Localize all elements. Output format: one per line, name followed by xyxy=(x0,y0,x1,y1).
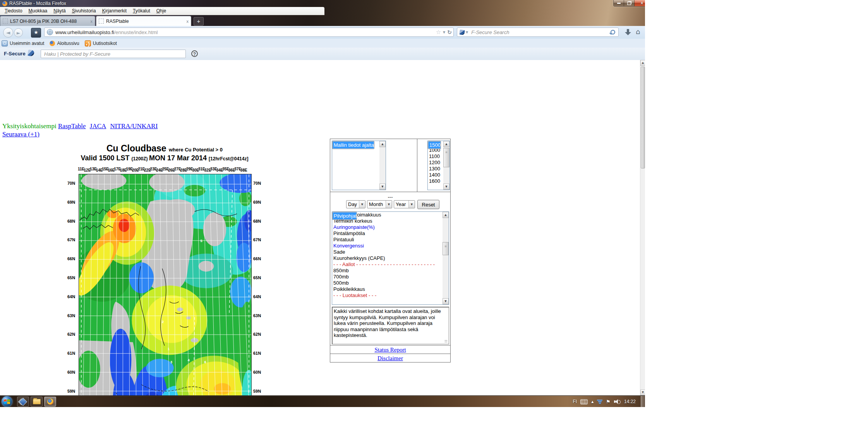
hidden-icons-arrow[interactable]: ▲ xyxy=(591,400,594,404)
fsecure-search-engine-icon[interactable] xyxy=(459,29,465,35)
select-day[interactable]: Day▼ xyxy=(346,200,365,208)
param-item[interactable]: Sade xyxy=(332,249,443,255)
scroll-down-icon[interactable]: ▼ xyxy=(379,184,386,190)
restore-button[interactable] xyxy=(624,0,635,6)
time-item-1500[interactable]: 1500 xyxy=(428,141,441,149)
bookmark-item-2[interactable]: Aloitussivu xyxy=(50,41,79,46)
scroll-up-icon[interactable]: ▲ xyxy=(379,141,386,147)
taskbar-app-button[interactable] xyxy=(17,397,29,407)
param-item[interactable]: 700mb xyxy=(332,274,443,280)
chevron-down-icon[interactable]: ▼ xyxy=(359,201,365,208)
menu-item-kirjanmerkit[interactable]: Kirjanmerkit xyxy=(99,7,130,14)
scroll-thumb[interactable] xyxy=(443,242,449,255)
scroll-down-icon[interactable]: ▼ xyxy=(443,184,449,190)
taskbar-firefox-button[interactable] xyxy=(44,397,56,407)
model-listbox-scrollbar[interactable]: ▲ ▼ xyxy=(379,141,386,190)
model-item[interactable]: Mallin tiedot ajalta xyxy=(332,141,374,149)
time-item-1200[interactable]: 1200 xyxy=(428,160,443,166)
scroll-up-icon[interactable]: ▲ xyxy=(443,141,449,147)
search-magnifier-icon[interactable] xyxy=(611,30,615,34)
site-identity-globe-icon[interactable] xyxy=(47,29,53,35)
home-button[interactable]: ⌂ xyxy=(636,27,640,36)
param-item[interactable]: - - - Luotaukset - - - xyxy=(332,292,443,299)
model-listbox[interactable]: Mallin tiedot ajalta ▲ ▼ xyxy=(332,141,386,190)
param-item[interactable]: Konvergenssi xyxy=(332,243,443,249)
tab-close-icon[interactable]: x xyxy=(187,19,189,24)
scroll-thumb[interactable] xyxy=(443,148,449,167)
time-item-1300[interactable]: 1300 xyxy=(428,166,443,172)
scroll-down-icon[interactable]: ▼ xyxy=(640,390,645,395)
link-rasptable[interactable]: RaspTable xyxy=(58,122,86,130)
taskbar-clock[interactable]: 14:22 xyxy=(624,399,636,404)
menu-item-sivuhistoria[interactable]: Sivuhistoria xyxy=(69,7,99,14)
search-bar[interactable]: ▼ xyxy=(457,27,619,37)
minimize-button[interactable] xyxy=(614,0,624,6)
fsecure-help-icon[interactable]: ? xyxy=(191,50,198,57)
scroll-thumb[interactable] xyxy=(641,67,645,168)
keyboard-layout-icon[interactable] xyxy=(580,399,588,404)
downloads-button[interactable] xyxy=(624,28,632,36)
close-button[interactable]: X xyxy=(635,0,645,6)
back-button[interactable]: ◄ xyxy=(3,27,13,38)
scroll-down-icon[interactable]: ▼ xyxy=(443,298,449,304)
new-tab-button[interactable]: + xyxy=(194,17,204,26)
param-item[interactable]: - - - Aallot - - - - - - - - - - - - - -… xyxy=(332,261,443,268)
link-nitra-unkari[interactable]: NITRA/UNKARI xyxy=(110,122,158,130)
volume-icon[interactable] xyxy=(614,399,619,404)
param-item[interactable]: Poikkileikkaus xyxy=(332,286,443,292)
bookmark-star-button[interactable]: ★ xyxy=(31,28,41,38)
parameter-listbox[interactable]: Termiikin voimakkuusTermiikin korkeusAur… xyxy=(332,211,449,305)
url-dropdown-icon[interactable]: ▼ xyxy=(443,31,445,34)
menu-item-näytä[interactable]: Näytä xyxy=(50,7,69,14)
time-listbox-scrollbar[interactable]: ▲ ▼ xyxy=(443,141,449,190)
menu-item-tiedosto[interactable]: Tiedosto xyxy=(2,7,26,14)
tab-close-icon[interactable]: x xyxy=(91,19,93,24)
select-month[interactable]: Month▼ xyxy=(367,200,392,208)
search-input[interactable] xyxy=(470,29,607,36)
bookmark-item-1[interactable]: Useimmin avatut xyxy=(2,40,44,46)
param-item[interactable]: Kuuroherkkyys (CAPE) xyxy=(332,255,443,261)
link-seuraava[interactable]: Seuraava (+1) xyxy=(2,131,39,138)
time-item-1600[interactable]: 1600 xyxy=(428,178,443,184)
bookmark-this-page-icon[interactable]: ☆ xyxy=(436,29,441,36)
parameter-description[interactable]: Kaikki värilliset kohdat kartalla ovat a… xyxy=(332,307,449,344)
resize-grip-icon[interactable] xyxy=(444,340,448,343)
start-button[interactable] xyxy=(2,396,12,407)
url-text[interactable]: www.urheiluilmailuopisto.fi/ennuste/inde… xyxy=(55,29,436,35)
network-icon[interactable] xyxy=(597,399,602,404)
time-listbox[interactable]: 09001000110012001300140015001600 ▲ ▼ xyxy=(427,141,450,190)
language-indicator[interactable]: FI xyxy=(573,399,577,404)
param-item[interactable]: 850mb xyxy=(332,268,443,274)
select-year[interactable]: Year▼ xyxy=(394,200,415,208)
page-scrollbar[interactable]: ▲ ▼ xyxy=(640,60,645,395)
parameter-listbox-scrollbar[interactable]: ▲ ▼ xyxy=(443,212,449,304)
search-engine-dropdown-icon[interactable]: ▼ xyxy=(466,31,468,34)
status-report-link[interactable]: Status Report xyxy=(374,347,406,353)
scroll-up-icon[interactable]: ▲ xyxy=(443,212,449,218)
link-jaca[interactable]: JACA xyxy=(90,122,106,130)
param-item[interactable]: 500mb xyxy=(332,280,443,286)
disclaimer-link[interactable]: Disclaimer xyxy=(377,355,403,361)
forward-button[interactable]: ► xyxy=(14,28,23,37)
url-bar[interactable]: www.urheiluilmailuopisto.fi/ennuste/inde… xyxy=(44,27,454,37)
menu-item-ohje[interactable]: Ohje xyxy=(153,7,169,14)
fsecure-search-input[interactable] xyxy=(41,50,186,58)
menu-item-muokkaa[interactable]: Muokkaa xyxy=(26,7,51,14)
chevron-down-icon[interactable]: ▼ xyxy=(408,201,415,208)
reset-button[interactable]: Reset xyxy=(417,200,439,209)
param-item[interactable]: Pintalämpötila xyxy=(332,230,443,237)
chevron-down-icon[interactable]: ▼ xyxy=(386,201,392,208)
time-item-1400[interactable]: 1400 xyxy=(428,172,443,178)
time-item-1100[interactable]: 1100 xyxy=(428,153,443,160)
bookmark-item-3[interactable]: Uutisotsikot xyxy=(85,40,117,46)
action-center-flag-icon[interactable]: ⚑ xyxy=(606,399,611,405)
menu-item-työkalut[interactable]: Työkalut xyxy=(130,7,153,14)
param-item[interactable]: Auringonpaiste(%) xyxy=(332,224,443,230)
param-item[interactable]: Pilvipohjat xyxy=(332,212,357,220)
param-item[interactable]: Pintatuuli xyxy=(332,237,443,243)
title-bar[interactable]: RASPtable - Mozilla Firefox xyxy=(0,0,645,7)
tab-2[interactable]: RASPtablex xyxy=(96,16,191,26)
show-desktop-button[interactable] xyxy=(641,396,645,407)
tab-1[interactable]: LS7 OH-805 ja PIK 20B OH-488x xyxy=(0,16,95,26)
reload-icon[interactable]: ↻ xyxy=(447,29,452,35)
